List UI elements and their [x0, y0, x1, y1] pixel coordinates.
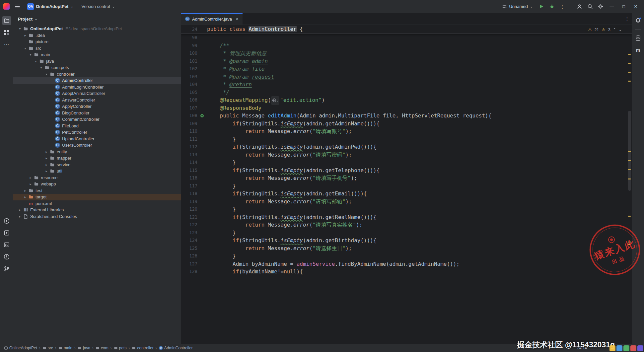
- tree-item-webapp[interactable]: ▸webapp: [13, 181, 181, 187]
- prev-problem-icon[interactable]: ⌃: [613, 28, 616, 32]
- code-line[interactable]: 108 public Message editAdmin(Admin admin…: [181, 112, 632, 120]
- code-line[interactable]: 119 return Message.error("请填写邮箱");: [181, 198, 632, 206]
- code-line[interactable]: 112 if(StringUtils.isEmpty(admin.getAdmi…: [181, 143, 632, 151]
- chevron-right-icon[interactable]: ▸: [28, 176, 33, 179]
- tree-item-scratches-and-consoles[interactable]: ▸Scratches and Consoles: [13, 213, 181, 220]
- terminal-icon[interactable]: [2, 240, 11, 249]
- tree-item-adminlogincontroller[interactable]: CAdminLoginController: [13, 84, 181, 91]
- code-line[interactable]: 126 }: [181, 252, 632, 260]
- breadcrumb-item[interactable]: pets: [114, 346, 127, 350]
- tree-item-pom.xml[interactable]: mpom.xml: [13, 200, 181, 207]
- minimize-button[interactable]: —: [607, 2, 617, 11]
- services-icon[interactable]: [2, 228, 11, 238]
- code-line[interactable]: 104 * @return: [181, 81, 632, 89]
- breadcrumb-item[interactable]: OnlineAdoptPet: [4, 346, 37, 350]
- breadcrumb-item[interactable]: java: [78, 346, 90, 350]
- search-everywhere-icon[interactable]: [586, 2, 594, 11]
- tree-item-answercontroller[interactable]: CAnswerController: [13, 97, 181, 104]
- tree-item-util[interactable]: ▸util: [13, 168, 181, 175]
- tree-item-admincontroller[interactable]: CAdminController: [13, 77, 181, 84]
- tree-item-target[interactable]: ▸target: [13, 194, 181, 200]
- tree-item-entity[interactable]: ▸entity: [13, 149, 181, 155]
- chevron-right-icon[interactable]: ▸: [23, 34, 28, 37]
- notifications-icon[interactable]: [633, 16, 643, 25]
- tree-item-onlineadoptpet[interactable]: ▾OnlineAdoptPetE:\idea_space\OnlineAdopt…: [13, 26, 181, 32]
- editor-tab[interactable]: C AdminController.java ✕: [181, 13, 243, 25]
- chevron-right-icon[interactable]: ▸: [23, 189, 28, 192]
- chevron-down-icon[interactable]: ▾: [44, 72, 49, 76]
- warning-stripe-mark[interactable]: [628, 63, 631, 64]
- close-button[interactable]: ✕: [631, 2, 641, 11]
- tree-item-service[interactable]: ▸service: [13, 162, 181, 168]
- chevron-right-icon[interactable]: ▸: [44, 163, 49, 167]
- code-line[interactable]: 115 if(StringUtils.isEmpty(admin.getTele…: [181, 167, 632, 175]
- error-stripe[interactable]: [627, 25, 632, 344]
- tree-item-resource[interactable]: ▸resource: [13, 175, 181, 181]
- run-button[interactable]: [537, 2, 545, 11]
- warning-stripe-mark[interactable]: [628, 160, 631, 161]
- breadcrumb-item[interactable]: com: [96, 346, 108, 350]
- run-configuration-widget[interactable]: Unnamed ⌄: [500, 3, 535, 10]
- more-actions-icon[interactable]: ⋮: [558, 2, 567, 11]
- tree-item-userscontroller[interactable]: CUsersController: [13, 142, 181, 149]
- code-line[interactable]: 128 if(byAdminName!=null){: [181, 268, 632, 276]
- tree-item-controller[interactable]: ▾controller: [13, 71, 181, 78]
- tree-item-commentcontroller[interactable]: CCommentController: [13, 116, 181, 123]
- main-menu-icon[interactable]: [13, 2, 22, 11]
- project-widget[interactable]: OA OnlineAdoptPet ⌄: [25, 2, 76, 11]
- code-line[interactable]: 98: [181, 34, 632, 42]
- project-icon[interactable]: [2, 16, 11, 25]
- tree-item-fileload[interactable]: CFileLoad: [13, 123, 181, 129]
- chevron-down-icon[interactable]: ▾: [38, 66, 44, 69]
- tree-item-external-libraries[interactable]: ▸External Libraries: [13, 207, 181, 213]
- code-area[interactable]: 24public class AdminController { 9899 /*…: [181, 25, 632, 344]
- more-icon[interactable]: ⋯: [2, 40, 11, 49]
- chevron-down-icon[interactable]: ▾: [17, 27, 23, 31]
- tree-item-test[interactable]: ▸test: [13, 187, 181, 194]
- tree-item-picture[interactable]: picture: [13, 38, 181, 45]
- code-line[interactable]: 110 return Message.error("请填写账号");: [181, 127, 632, 135]
- chevron-right-icon[interactable]: ▸: [44, 169, 49, 173]
- tree-item-adoptanimalcontroller[interactable]: CAdoptAnimalController: [13, 90, 181, 97]
- breadcrumb-item[interactable]: controller: [132, 346, 153, 350]
- warning-stripe-mark[interactable]: [628, 216, 631, 217]
- chevron-right-icon[interactable]: ▸: [17, 215, 23, 218]
- inspections-widget[interactable]: ⚠ 21 ⚠ 3 ⌃ ⌄: [585, 27, 624, 33]
- breadcrumb-item[interactable]: src: [42, 346, 53, 350]
- tree-item-main[interactable]: ▾main: [13, 51, 181, 58]
- code-line[interactable]: 24public class AdminController {: [181, 25, 632, 34]
- code-line[interactable]: 123 }: [181, 229, 632, 237]
- tree-item-uploadcontroller[interactable]: CUploadController: [13, 136, 181, 142]
- warning-stripe-mark[interactable]: [628, 54, 631, 55]
- code-line[interactable]: 111 }: [181, 135, 632, 143]
- sticky-line[interactable]: 24public class AdminController {: [181, 25, 632, 34]
- spring-gutter-icon[interactable]: [199, 113, 205, 118]
- code-line[interactable]: 120 }: [181, 205, 632, 213]
- warning-stripe-mark[interactable]: [628, 151, 631, 152]
- chevron-down-icon[interactable]: ▾: [33, 59, 38, 63]
- chevron-right-icon[interactable]: ▸: [44, 150, 49, 154]
- run-icon[interactable]: [2, 216, 11, 226]
- tree-item-petcontroller[interactable]: CPetController: [13, 129, 181, 136]
- code-line[interactable]: 102 * @param file: [181, 65, 632, 73]
- tree-item-.idea[interactable]: ▸.idea: [13, 32, 181, 39]
- tab-options-icon[interactable]: ⋮: [622, 16, 632, 22]
- tree-item-com.pets[interactable]: ▾com.pets: [13, 64, 181, 71]
- code-line[interactable]: 109 if(StringUtils.isEmpty(admin.getAdmi…: [181, 120, 632, 128]
- code-line[interactable]: 121 if(StringUtils.isEmpty(admin.getReal…: [181, 213, 632, 221]
- database-icon[interactable]: [633, 34, 643, 43]
- code-line[interactable]: 124 if(StringUtils.isEmpty(admin.getBirt…: [181, 237, 632, 245]
- project-panel-header[interactable]: Project ⌄: [13, 13, 181, 25]
- code-line[interactable]: 116 return Message.error("请填写手机号");: [181, 174, 632, 182]
- warning-stripe-mark[interactable]: [628, 178, 631, 179]
- code-line[interactable]: 122 return Message.error("请填写真实姓名");: [181, 221, 632, 229]
- breadcrumb-item[interactable]: CAdminController: [159, 346, 193, 350]
- warning-stripe-mark[interactable]: [628, 169, 631, 170]
- warning-stripe-mark[interactable]: [628, 72, 631, 73]
- chevron-down-icon[interactable]: ▾: [28, 53, 33, 56]
- debug-button[interactable]: [547, 2, 556, 11]
- code-line[interactable]: 99 /**: [181, 42, 632, 50]
- tab-close-icon[interactable]: ✕: [236, 17, 239, 21]
- tree-item-mapper[interactable]: ▸mapper: [13, 155, 181, 162]
- chevron-right-icon[interactable]: ▸: [44, 156, 49, 160]
